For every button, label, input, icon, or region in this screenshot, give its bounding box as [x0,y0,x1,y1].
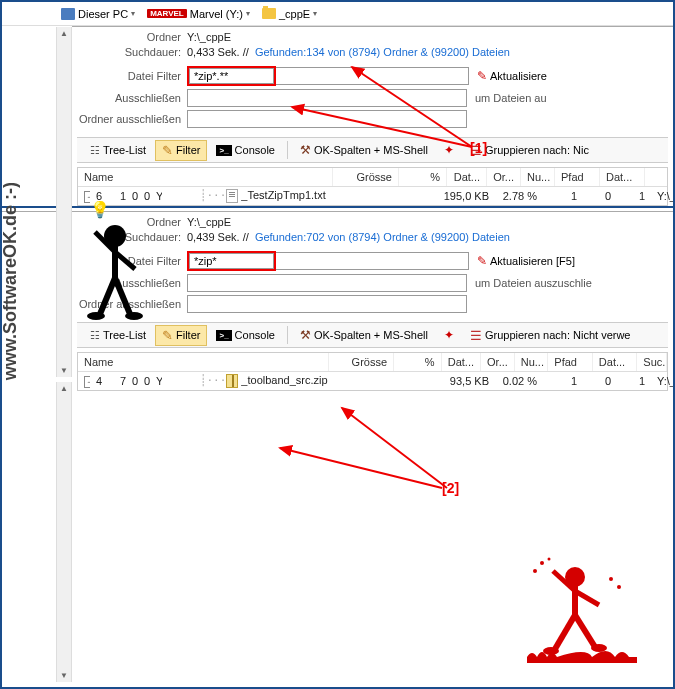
table-header: Name Grösse % Dat... Or... Nu... Pfad Da… [78,353,667,372]
folder-exclude-input[interactable] [187,110,467,128]
gear-icon: ✦ [444,143,454,157]
table-header: Name Grösse % Dat... Or... Nu... Pfad Da… [78,168,667,187]
folder-exclude-input[interactable] [187,295,467,313]
pc-icon [61,8,75,20]
pane-1: OrdnerY:\_cppE Suchdauer:0,433 Sek. // G… [72,26,673,206]
arrow-2b [272,440,452,495]
col-pct[interactable]: % [394,353,441,371]
search-icon: ✎ [162,143,173,158]
col-name[interactable]: Name [78,168,333,186]
tree-icon: ☷ [90,329,100,342]
okspalten-button[interactable]: ⚒OK-Spalten + MS-Shell [293,140,435,160]
table-row-root[interactable]: − Y:\_cppE\ 6,9 MB134 00Y:\_c... ┊···_Te… [78,187,667,205]
refresh-button[interactable]: ✎Aktualisiere [477,69,547,83]
gruppieren-button[interactable]: ☰Gruppieren nach: Nic [463,140,596,161]
col-pfad[interactable]: Pfad [555,168,600,186]
tree-icon: ☷ [90,144,100,157]
col-dat[interactable]: Dat... [447,168,487,186]
table-row[interactable]: ┊···_TestZipTmp1.txt 195,0 KB2.78 %1 01Y… [174,187,675,205]
console-icon: >_ [216,145,231,156]
group-icon: ☰ [470,328,482,343]
svg-point-19 [591,644,607,652]
ordner-aus-label: Ordner ausschließen [72,113,187,125]
col-or[interactable]: Or... [487,168,521,186]
suchdauer-value: 0,439 Sek. // [187,231,249,243]
col-suc[interactable]: Suc... [637,353,667,371]
settings-button[interactable]: ✦ [437,140,461,160]
svg-line-14 [553,571,575,591]
ordner-value: Y:\_cppE [187,216,231,228]
col-size[interactable]: Grösse [329,353,394,371]
scroll-up-icon[interactable]: ▲ [58,382,70,395]
table-row[interactable]: ┊···_toolband_src.zip 93,5 KB0.02 %1 01Y… [174,372,675,390]
col-dat2[interactable]: Dat... [593,353,637,371]
filter-highlight [187,66,276,86]
breadcrumb-folder[interactable]: _cppE▾ [258,7,321,21]
treelist-button[interactable]: ☷Tree-List [83,141,153,160]
table-row-root[interactable]: − Y:\_cppE\ 489,0 MB702 00Y:\_c...Find..… [78,372,667,390]
gefunden-link[interactable]: Gefunden:134 von (8794) Ordner & (99200)… [255,46,510,58]
col-or[interactable]: Or... [481,353,515,371]
col-name[interactable]: Name [78,353,329,371]
ordner-label: Ordner [72,31,187,43]
side-text: um Dateien au [475,92,547,104]
filter-highlight [187,251,276,271]
exclude-input[interactable] [187,274,467,292]
console-button[interactable]: >_Console [209,141,281,159]
breadcrumb-drive[interactable]: MARVELMarvel (Y:)▾ [143,7,254,21]
hammer-icon: ⚒ [300,328,311,342]
svg-point-21 [548,558,551,561]
settings-button[interactable]: ✦ [437,325,461,345]
toolbar-1: ☷Tree-List ✎Filter >_Console ⚒OK-Spalten… [77,137,668,163]
col-pfad[interactable]: Pfad [548,353,592,371]
search-icon: ✎ [162,328,173,343]
ausschliessen-label: Ausschließen [72,92,187,104]
filter-input[interactable] [189,68,274,84]
filter-button[interactable]: ✎Filter [155,325,207,346]
filter-input-rest[interactable] [276,67,469,85]
txt-file-icon [226,189,238,203]
col-nu[interactable]: Nu... [521,168,555,186]
scroll-down-icon[interactable]: ▼ [58,364,70,377]
refresh-icon: ✎ [477,69,487,83]
scrollbar-vertical-2[interactable]: ▲ ▼ [56,382,72,682]
gear-icon: ✦ [444,328,454,342]
stick-figure-red [527,557,637,681]
svg-point-22 [533,569,537,573]
suchdauer-value: 0,433 Sek. // [187,46,249,58]
annotation-2: [2] [442,480,459,496]
watermark-text: www.SoftwareOK.de :-) [0,182,21,380]
ausschliessen-label: Ausschließen [72,277,187,289]
col-nu[interactable]: Nu... [515,353,549,371]
col-dat[interactable]: Dat... [442,353,482,371]
scroll-up-icon[interactable]: ▲ [58,27,70,40]
arrow-2a [262,400,462,495]
treelist-button[interactable]: ☷Tree-List [83,326,153,345]
col-pct[interactable]: % [399,168,447,186]
gefunden-link[interactable]: Gefunden:702 von (8794) Ordner & (99200)… [255,231,510,243]
col-size[interactable]: Grösse [333,168,399,186]
scroll-down-icon[interactable]: ▼ [58,669,70,682]
scrollbar-vertical[interactable]: ▲ ▼ [56,27,72,377]
console-button[interactable]: >_Console [209,326,281,344]
breadcrumb: Dieser PC▾ MARVELMarvel (Y:)▾ _cppE▾ [2,2,673,26]
ordner-aus-label: Ordner ausschließen [72,298,187,310]
filter-input[interactable] [189,253,274,269]
breadcrumb-pc[interactable]: Dieser PC▾ [57,7,139,21]
svg-point-12 [565,567,585,587]
filter-input-rest[interactable] [276,252,469,270]
okspalten-button[interactable]: ⚒OK-Spalten + MS-Shell [293,325,435,345]
refresh-button[interactable]: ✎Aktualisieren [F5] [477,254,575,268]
exclude-input[interactable] [187,89,467,107]
console-icon: >_ [216,330,231,341]
gruppieren-button[interactable]: ☰Gruppieren nach: Nicht verwe [463,325,638,346]
svg-line-15 [575,591,599,605]
group-icon: ☰ [470,143,482,158]
hammer-icon: ⚒ [300,143,311,157]
col-dat2[interactable]: Dat... [600,168,645,186]
svg-line-3 [280,448,442,488]
suchdauer-label: Suchdauer: [72,231,187,243]
filter-label: Datei Filter [72,255,187,267]
svg-line-2 [342,408,447,488]
filter-button[interactable]: ✎Filter [155,140,207,161]
